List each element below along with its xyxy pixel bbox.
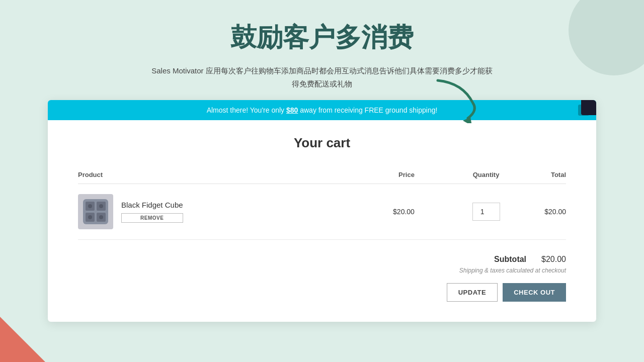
- cart-window: Almost there! You're only $80 away from …: [48, 100, 596, 322]
- product-info: Black Fidget Cube REMOVE: [121, 201, 183, 223]
- subtotal-amount: $20.00: [541, 255, 566, 264]
- svg-point-8: [88, 215, 92, 219]
- product-quantity-cell: [455, 184, 517, 240]
- cart-table: Product Price Quantity Total: [78, 166, 566, 240]
- notification-text-before: Almost there! You're only: [207, 106, 286, 114]
- svg-point-6: [88, 204, 92, 208]
- action-buttons: UPDATE CHECK OUT: [447, 283, 566, 302]
- update-button[interactable]: UPDATE: [447, 283, 498, 302]
- svg-point-7: [99, 204, 103, 208]
- shipping-note: Shipping & taxes calculated at checkout: [459, 267, 566, 274]
- product-image: [78, 194, 113, 229]
- page-title: 鼓励客户多消费: [230, 20, 414, 55]
- col-total: Total: [517, 166, 566, 184]
- col-quantity: Quantity: [455, 166, 517, 184]
- subtotal-label: Subtotal: [494, 255, 526, 264]
- product-cell: Black Fidget Cube REMOVE: [78, 194, 315, 229]
- dark-corner-decoration: [581, 100, 596, 115]
- product-name: Black Fidget Cube: [121, 201, 183, 209]
- subtotal-row: Subtotal $20.00: [494, 255, 566, 264]
- decorative-triangle: [0, 317, 45, 362]
- notification-amount: $80: [286, 106, 298, 114]
- notification-bar: Almost there! You're only $80 away from …: [48, 100, 596, 120]
- col-price: Price: [315, 166, 455, 184]
- remove-button[interactable]: REMOVE: [121, 213, 183, 223]
- notification-text-after: away from receiving FREE ground shipping…: [298, 106, 437, 114]
- col-product: Product: [78, 166, 315, 184]
- checkout-button[interactable]: CHECK OUT: [503, 283, 566, 302]
- subtotal-section: Subtotal $20.00 Shipping & taxes calcula…: [78, 255, 566, 302]
- cart-title: Your cart: [78, 135, 566, 151]
- product-price: $20.00: [315, 184, 455, 240]
- arrow-decoration: [433, 78, 483, 125]
- table-row: Black Fidget Cube REMOVE $20.00 $20.00: [78, 184, 566, 240]
- cart-body: Your cart Product Price Quantity Total: [48, 120, 596, 322]
- quantity-input[interactable]: [472, 203, 500, 221]
- product-total: $20.00: [517, 184, 566, 240]
- svg-point-9: [99, 215, 103, 219]
